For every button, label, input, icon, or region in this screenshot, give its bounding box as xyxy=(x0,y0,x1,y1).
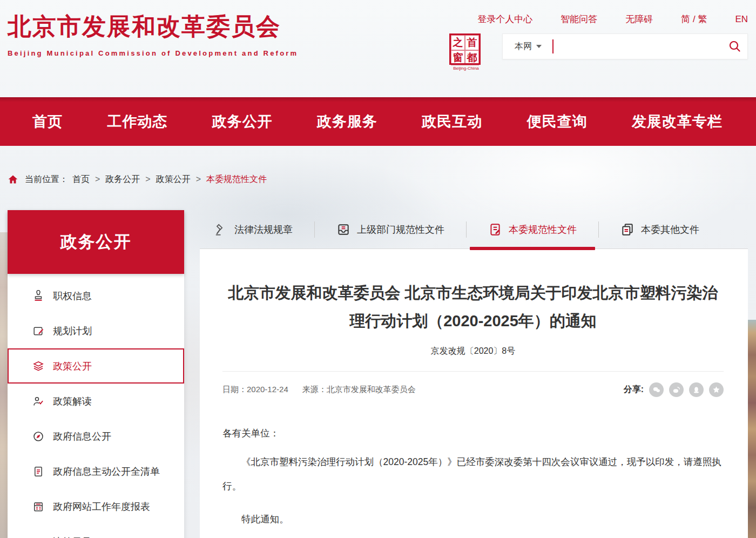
article-salutation: 各有关单位： xyxy=(222,425,724,441)
article-date: 日期：2020-12-24 xyxy=(222,385,288,395)
sidebar-item-label: 职权信息 xyxy=(53,290,92,302)
tab-label: 法律法规规章 xyxy=(234,223,293,236)
chevron-down-icon xyxy=(536,45,542,48)
sidebar-item-label: 政策解读 xyxy=(53,395,92,408)
simplified-traditional-toggle[interactable]: 简 / 繁 xyxy=(681,13,707,25)
inbox-icon xyxy=(336,223,350,237)
nav-item-reform-special[interactable]: 发展改革专栏 xyxy=(632,112,723,131)
search-icon xyxy=(728,40,741,53)
accessibility-link[interactable]: 无障碍 xyxy=(625,13,653,25)
sidebar-item-proactive-disclosure-list[interactable]: 政府信息主动公开全清单 xyxy=(8,454,184,489)
nav-item-convenient-query[interactable]: 便民查询 xyxy=(527,112,588,131)
breadcrumb-separator: > xyxy=(196,174,201,184)
article-paragraph: 《北京市塑料污染治理行动计划（2020-2025年）》已经市委深改委第十四次会议… xyxy=(222,450,724,499)
tab-label: 上级部门规范性文件 xyxy=(357,223,444,236)
folder-icon xyxy=(32,536,44,538)
search-scope-label: 本网 xyxy=(515,41,532,52)
page: 北京市发展和改革委员会 Beijing Municipal Commission… xyxy=(0,0,756,538)
breadcrumb-label: 当前位置： xyxy=(25,174,68,185)
site-subtitle: Beijing Municipal Commission of Developm… xyxy=(8,49,298,57)
sidebar-item-policy-disclosure[interactable]: 政策公开 xyxy=(8,348,184,384)
main-navigation: 首页 工作动态 政务公开 政务服务 政民互动 便民查询 发展改革专栏 xyxy=(0,97,756,146)
seal-char: 窗 xyxy=(451,50,465,65)
share-qq-button[interactable] xyxy=(689,382,704,397)
article-paragraph: 特此通知。 xyxy=(222,507,724,532)
gavel-icon xyxy=(214,223,228,237)
article-panel: 北京市发展和改革委员会 北京市生态环境局关于印发北京市塑料污染治理行动计划（20… xyxy=(200,249,748,538)
nav-item-work-updates[interactable]: 工作动态 xyxy=(107,112,167,131)
sidebar-item-authority-info[interactable]: 职权信息 xyxy=(8,278,184,313)
main-content: 法律法规规章 上级部门规范性文件 xyxy=(200,211,756,538)
tab-divider xyxy=(314,221,315,238)
tab-committee-normative-docs[interactable]: 本委规范性文件 xyxy=(485,211,580,248)
nav-item-home[interactable]: 首页 xyxy=(32,112,63,131)
breadcrumb-item-current: 本委规范性文件 xyxy=(206,174,267,185)
sidebar-item-planning[interactable]: 规划计划 xyxy=(8,313,184,348)
sidebar-item-label: 政府信息公开 xyxy=(53,430,111,443)
stamp-icon xyxy=(32,290,44,302)
tab-label: 本委其他文件 xyxy=(641,223,699,236)
sidebar-item-website-annual-report[interactable]: 政府网站工作年度报表 xyxy=(8,489,184,524)
nav-item-gov-disclosure[interactable]: 政务公开 xyxy=(212,112,273,131)
interpret-icon xyxy=(32,395,44,407)
sidebar-item-decision-directory[interactable]: 决策目录 xyxy=(8,524,184,538)
breadcrumb: 当前位置： 首页 > 政务公开 > 政策公开 > 本委规范性文件 xyxy=(8,171,267,188)
document-category-tabs: 法律法规规章 上级部门规范性文件 xyxy=(200,211,748,249)
sidebar-title: 政务公开 xyxy=(8,210,184,274)
document-number: 京发改规〔2020〕8号 xyxy=(222,346,724,357)
share-bar: 分享: xyxy=(624,382,724,397)
breadcrumb-item-gov-disclosure[interactable]: 政务公开 xyxy=(105,174,140,185)
sidebar-item-label: 决策目录 xyxy=(53,535,92,538)
doc-pen-icon xyxy=(488,223,502,237)
search-scope-dropdown[interactable]: 本网 xyxy=(503,41,549,52)
topbar-links: 登录个人中心 智能问答 无障碍 简 / 繁 EN xyxy=(477,13,748,25)
sidebar-item-gov-info-disclosure[interactable]: 政府信息公开 xyxy=(8,419,184,454)
article-meta: 日期：2020-12-24 来源：北京市发展和改革委员会 xyxy=(222,385,416,395)
site-header: 北京市发展和改革委员会 Beijing Municipal Commission… xyxy=(0,0,756,97)
login-personal-center-link[interactable]: 登录个人中心 xyxy=(477,13,532,25)
beijing-china-seal-logo[interactable]: 之 首 窗 都 Beijing-China xyxy=(449,33,483,71)
seal-characters: 之 首 窗 都 xyxy=(449,33,481,65)
layers-icon xyxy=(32,360,44,372)
article-body: 各有关单位： 《北京市塑料污染治理行动计划（2020-2025年）》已经市委深改… xyxy=(222,425,724,538)
share-favorite-button[interactable] xyxy=(709,382,724,397)
tab-laws-regulations[interactable]: 法律法规规章 xyxy=(211,211,296,248)
tab-divider xyxy=(466,221,467,238)
sidebar-title-label: 政务公开 xyxy=(60,231,132,253)
smart-qa-link[interactable]: 智能问答 xyxy=(561,13,597,25)
seal-char: 首 xyxy=(465,35,479,50)
article-title: 北京市发展和改革委员会 北京市生态环境局关于印发北京市塑料污染治理行动计划（20… xyxy=(222,279,724,335)
wechat-icon xyxy=(652,385,661,394)
copy-doc-icon xyxy=(620,223,634,237)
search-input[interactable] xyxy=(554,36,723,57)
home-icon[interactable] xyxy=(8,174,18,185)
search-row: 之 首 窗 都 Beijing-China 本网 xyxy=(449,33,748,71)
report-icon xyxy=(32,501,44,513)
plan-edit-icon xyxy=(32,325,44,337)
sidebar-items: 职权信息 规划计划 xyxy=(8,274,184,538)
list-doc-icon xyxy=(32,466,44,478)
sidebar-item-label: 政府信息主动公开全清单 xyxy=(53,465,160,478)
sidebar-item-policy-interpretation[interactable]: 政策解读 xyxy=(8,384,184,419)
nav-item-public-interaction[interactable]: 政民互动 xyxy=(422,112,482,131)
seal-char: 之 xyxy=(451,35,465,50)
english-link[interactable]: EN xyxy=(735,14,748,25)
search-button[interactable] xyxy=(723,34,747,59)
nav-item-gov-services[interactable]: 政务服务 xyxy=(317,112,377,131)
search-box: 本网 xyxy=(502,33,748,59)
tab-committee-other-docs[interactable]: 本委其他文件 xyxy=(617,211,703,248)
sidebar-item-label: 政府网站工作年度报表 xyxy=(53,500,150,513)
tab-superior-normative-docs[interactable]: 上级部门规范性文件 xyxy=(333,211,448,248)
background-photo-strip-left xyxy=(0,232,8,538)
share-wechat-button[interactable] xyxy=(649,382,664,397)
sidebar-item-label: 规划计划 xyxy=(53,325,92,338)
tab-label: 本委规范性文件 xyxy=(509,223,577,236)
breadcrumb-item-policy-disclosure[interactable]: 政策公开 xyxy=(156,174,191,185)
sidebar: 政务公开 职权信息 xyxy=(8,210,184,538)
share-weibo-button[interactable] xyxy=(669,382,684,397)
breadcrumb-item-home[interactable]: 首页 xyxy=(72,174,90,185)
share-label: 分享: xyxy=(624,384,644,395)
sidebar-item-label: 政策公开 xyxy=(53,360,92,373)
site-logo[interactable]: 北京市发展和改革委员会 Beijing Municipal Commission… xyxy=(8,11,298,57)
breadcrumb-separator: > xyxy=(145,174,150,184)
